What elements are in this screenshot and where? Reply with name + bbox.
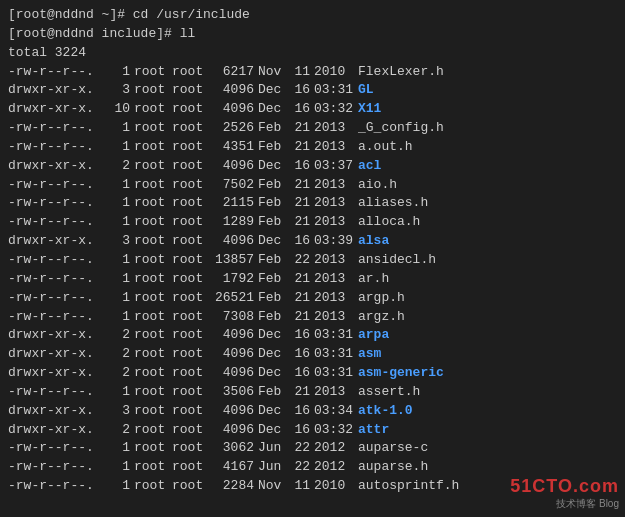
file-day: 22 [290,439,310,458]
file-links: 1 [108,458,130,477]
file-links: 2 [108,157,130,176]
file-group: root [172,81,210,100]
file-links: 1 [108,251,130,270]
file-month: Feb [258,383,290,402]
file-month: Nov [258,477,290,496]
file-links: 2 [108,326,130,345]
file-links: 1 [108,194,130,213]
file-links: 2 [108,421,130,440]
file-size: 1792 [210,270,254,289]
file-owner: root [134,439,172,458]
file-month: Nov [258,63,290,82]
file-size: 4096 [210,232,254,251]
file-owner: root [134,251,172,270]
file-size: 1289 [210,213,254,232]
file-perms: -rw-r--r--. [8,477,108,496]
terminal-line: -rw-r--r--. 1rootroot7502Feb21 2013aio.h [8,176,617,195]
file-month: Dec [258,421,290,440]
file-name: assert.h [358,383,420,402]
file-time-year: 03:37 [314,157,356,176]
file-size: 3062 [210,439,254,458]
file-name: aliases.h [358,194,428,213]
file-day: 16 [290,232,310,251]
file-month: Feb [258,213,290,232]
file-time-year: 2013 [314,138,356,157]
file-size: 4096 [210,81,254,100]
file-perms: drwxr-xr-x. [8,100,108,119]
file-group: root [172,421,210,440]
file-month: Jun [258,458,290,477]
terminal-line: -rw-r--r--. 1rootroot13857Feb22 2013ansi… [8,251,617,270]
file-name: aio.h [358,176,397,195]
file-group: root [172,100,210,119]
file-owner: root [134,63,172,82]
file-day: 21 [290,308,310,327]
file-day: 21 [290,289,310,308]
file-links: 3 [108,402,130,421]
file-size: 7308 [210,308,254,327]
file-perms: -rw-r--r--. [8,194,108,213]
file-name: FlexLexer.h [358,63,444,82]
prompt-text: [root@nddnd ~]# cd /usr/include [8,6,250,25]
file-name: acl [358,157,381,176]
file-time-year: 2012 [314,439,356,458]
file-month: Dec [258,364,290,383]
file-month: Jun [258,439,290,458]
file-time-year: 03:31 [314,81,356,100]
file-size: 4096 [210,157,254,176]
file-time-year: 03:32 [314,421,356,440]
file-time-year: 2013 [314,289,356,308]
file-name: argz.h [358,308,405,327]
file-day: 16 [290,421,310,440]
file-month: Dec [258,345,290,364]
file-size: 4096 [210,364,254,383]
file-links: 1 [108,213,130,232]
file-day: 16 [290,345,310,364]
terminal-line: drwxr-xr-x. 3rootroot4096Dec16 03:39alsa [8,232,617,251]
terminal-line: -rw-r--r--. 1rootroot4167Jun22 2012aupar… [8,458,617,477]
terminal-line: -rw-r--r--. 1rootroot4351Feb21 2013a.out… [8,138,617,157]
file-name: _G_config.h [358,119,444,138]
terminal-line: drwxr-xr-x. 2rootroot4096Dec16 03:37acl [8,157,617,176]
file-group: root [172,439,210,458]
file-time-year: 2010 [314,477,356,496]
terminal-line: -rw-r--r--. 1rootroot2115Feb21 2013alias… [8,194,617,213]
file-size: 26521 [210,289,254,308]
file-group: root [172,251,210,270]
file-day: 21 [290,213,310,232]
file-size: 4096 [210,421,254,440]
file-name: autosprintf.h [358,477,459,496]
file-day: 22 [290,251,310,270]
file-owner: root [134,176,172,195]
file-time-year: 03:32 [314,100,356,119]
file-name: a.out.h [358,138,413,157]
file-time-year: 03:31 [314,364,356,383]
file-time-year: 03:39 [314,232,356,251]
terminal-window: [root@nddnd ~]# cd /usr/include[root@ndd… [0,0,625,517]
terminal-line: -rw-r--r--. 1rootroot3506Feb21 2013asser… [8,383,617,402]
file-perms: -rw-r--r--. [8,138,108,157]
terminal-line: drwxr-xr-x. 2rootroot4096Dec16 03:31asm-… [8,364,617,383]
file-perms: -rw-r--r--. [8,119,108,138]
file-owner: root [134,477,172,496]
file-day: 16 [290,100,310,119]
file-perms: -rw-r--r--. [8,439,108,458]
file-day: 22 [290,458,310,477]
terminal-line: drwxr-xr-x. 3rootroot4096Dec16 03:31GL [8,81,617,100]
file-day: 11 [290,477,310,496]
file-size: 4167 [210,458,254,477]
file-owner: root [134,81,172,100]
file-month: Feb [258,270,290,289]
file-group: root [172,289,210,308]
file-name: alsa [358,232,389,251]
file-size: 4096 [210,402,254,421]
file-month: Feb [258,308,290,327]
file-time-year: 2013 [314,383,356,402]
file-name: arpa [358,326,389,345]
prompt-text: [root@nddnd include]# ll [8,25,195,44]
file-time-year: 2013 [314,270,356,289]
file-group: root [172,270,210,289]
file-group: root [172,157,210,176]
file-name: asm [358,345,381,364]
file-name: asm-generic [358,364,444,383]
